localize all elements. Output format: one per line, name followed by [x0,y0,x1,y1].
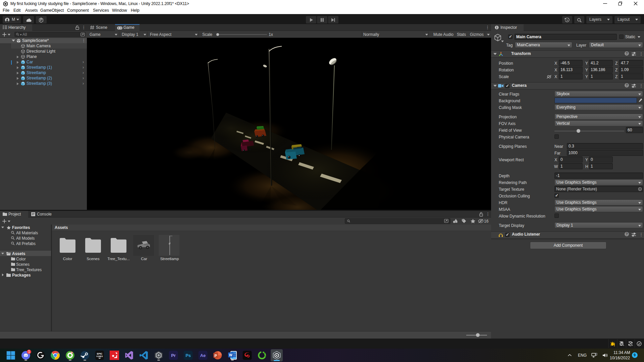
svg-text:Ps: Ps [185,353,191,358]
svg-text:W: W [229,353,232,357]
svg-text:Ae: Ae [200,353,206,358]
svg-text:EPIC: EPIC [97,353,102,355]
svg-text:P: P [214,354,217,358]
svg-text:Pr: Pr [171,353,176,358]
svg-text:GAMES: GAMES [96,355,103,357]
